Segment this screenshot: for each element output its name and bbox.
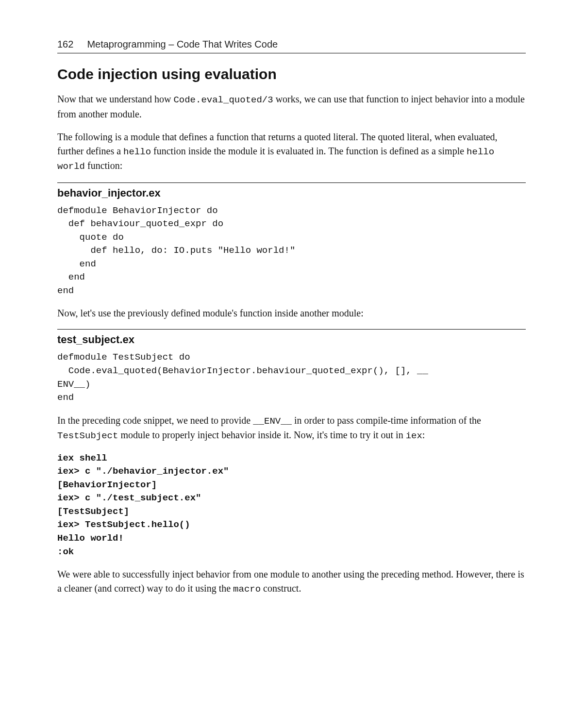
chapter-title: Metaprogramming – Code That Writes Code [87, 39, 278, 50]
page-number: 162 [57, 39, 73, 50]
inline-code: iex [406, 430, 422, 441]
text: construct. [261, 583, 301, 594]
file-heading-1: behavior_injector.ex [57, 187, 526, 199]
section-title: Code injection using evaluation [57, 66, 526, 83]
divider [57, 182, 526, 183]
paragraph-2: The following is a module that defines a… [57, 130, 526, 174]
page: 162 Metaprogramming – Code That Writes C… [0, 0, 584, 728]
inline-code: Code.eval_quoted/3 [173, 95, 273, 105]
paragraph-4: In the preceding code snippet, we need t… [57, 414, 526, 443]
header-rule [57, 53, 526, 53]
paragraph-1: Now that we understand how Code.eval_quo… [57, 92, 526, 121]
divider [57, 329, 526, 330]
inline-code: macro [233, 584, 261, 595]
page-header: 162 Metaprogramming – Code That Writes C… [57, 39, 526, 50]
inline-code: __ENV__ [253, 416, 292, 427]
file-heading-2: test_subject.ex [57, 333, 526, 346]
paragraph-3: Now, let's use the previously defined mo… [57, 306, 526, 320]
inline-code: hello [123, 147, 151, 157]
code-block-1: defmodule BehaviorInjector do def behavi… [57, 204, 526, 298]
text: : [422, 430, 425, 440]
text: module to properly inject behavior insid… [118, 430, 405, 440]
text: function inside the module it is evaluat… [151, 146, 467, 156]
paragraph-5: We were able to successfully inject beha… [57, 567, 526, 596]
text: in order to pass compile-time informatio… [292, 415, 481, 426]
inline-code: TestSubject [57, 430, 118, 441]
text: Now that we understand how [57, 94, 173, 104]
code-block-3: iex shell iex> c "./behavior_injector.ex… [57, 452, 526, 559]
text: In the preceding code snippet, we need t… [57, 415, 253, 426]
text: function: [85, 160, 122, 171]
code-block-2: defmodule TestSubject do Code.eval_quote… [57, 351, 526, 404]
